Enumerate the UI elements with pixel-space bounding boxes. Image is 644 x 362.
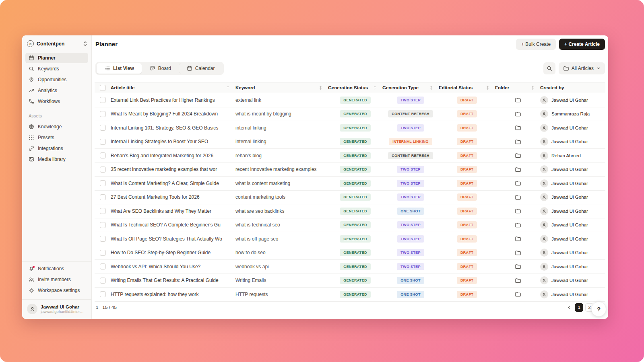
table-row[interactable]: What Are SEO Backlinks and Why They Matt… <box>95 204 605 218</box>
folder-icon[interactable] <box>515 250 521 256</box>
folder-icon[interactable] <box>515 194 521 200</box>
sidebar-nav-item[interactable]: Presets <box>25 132 88 143</box>
table-row[interactable]: Webhook vs API: Which Should You Use? we… <box>95 260 605 274</box>
folder-icon[interactable] <box>515 97 521 103</box>
article-title[interactable]: Internal Linking 101: Strategy, SEO & GE… <box>111 125 235 131</box>
sidebar-nav-item[interactable]: Workspace settings <box>25 285 88 296</box>
article-title[interactable]: External Link Best Practices for Higher … <box>111 97 235 103</box>
table-row[interactable]: What Is Meant by Blogging? Full 2024 Bre… <box>95 107 605 121</box>
folder-icon[interactable] <box>515 125 521 131</box>
article-title[interactable]: How to Do SEO: Step-by-Step Beginner Gui… <box>111 250 235 255</box>
table-row[interactable]: Internal Linking Strategies to Boost You… <box>95 135 605 149</box>
column-header-keyword[interactable]: Keyword <box>235 85 328 90</box>
folder-icon[interactable] <box>515 263 521 269</box>
row-checkbox[interactable] <box>100 236 106 242</box>
article-title[interactable]: What Is Off Page SEO? Strategies That Ac… <box>111 236 235 242</box>
sidebar-nav-item[interactable]: Keywords <box>25 64 88 74</box>
sort-icon[interactable] <box>531 85 535 90</box>
column-header-generation-type[interactable]: Generation Type <box>382 85 439 90</box>
article-title[interactable]: 35 recent innovative marketing examples … <box>111 167 235 172</box>
article-title[interactable]: HTTP requests explained: how they work <box>111 292 235 297</box>
sort-icon[interactable] <box>429 85 433 90</box>
table-row[interactable]: Internal Linking 101: Strategy, SEO & GE… <box>95 121 605 135</box>
sidebar-nav-item[interactable]: Analytics <box>25 85 88 96</box>
row-checkbox[interactable] <box>100 208 106 214</box>
column-header-editorial-status[interactable]: Editorial Status <box>439 85 495 90</box>
article-title[interactable]: What Is Content Marketing? A Clear, Simp… <box>111 181 235 186</box>
row-checkbox[interactable] <box>100 278 106 284</box>
folder-icon[interactable] <box>515 222 521 228</box>
table-row[interactable]: Writing Emails That Get Results: A Pract… <box>95 274 605 288</box>
sort-icon[interactable] <box>486 85 489 90</box>
table-row[interactable]: 27 Best Content Marketing Tools for 2026… <box>95 191 605 205</box>
row-checkbox[interactable] <box>100 111 106 117</box>
row-checkbox[interactable] <box>100 250 106 256</box>
folder-icon[interactable] <box>515 152 521 158</box>
folder-filter-dropdown[interactable]: All Articles <box>559 62 605 74</box>
row-checkbox[interactable] <box>100 222 106 228</box>
help-button[interactable]: ? <box>591 302 606 317</box>
previous-page-button[interactable] <box>565 303 573 311</box>
sidebar-nav-item[interactable]: Integrations <box>25 143 88 154</box>
view-tab[interactable]: Board <box>142 63 179 74</box>
column-header-generation-status[interactable]: Generation Status <box>328 85 382 90</box>
create-article-button[interactable]: + Create Article <box>559 39 605 50</box>
row-checkbox[interactable] <box>100 291 106 297</box>
row-checkbox[interactable] <box>100 152 106 158</box>
article-title[interactable]: What Is Meant by Blogging? Full 2024 Bre… <box>111 111 235 117</box>
sort-icon[interactable] <box>319 85 322 90</box>
view-tab[interactable]: List View <box>97 63 142 74</box>
row-checkbox[interactable] <box>100 97 106 103</box>
table-row[interactable]: 35 recent innovative marketing examples … <box>95 163 605 177</box>
article-title[interactable]: What Is Technical SEO? A Complete Beginn… <box>111 222 235 228</box>
column-header-created-by[interactable]: Created by <box>540 85 605 90</box>
article-title[interactable]: Writing Emails That Get Results: A Pract… <box>111 278 235 283</box>
search-button[interactable] <box>543 62 555 74</box>
column-header-folder[interactable]: Folder <box>495 85 540 90</box>
folder-icon[interactable] <box>515 291 521 297</box>
article-title[interactable]: 27 Best Content Marketing Tools for 2026 <box>111 194 235 200</box>
table-row[interactable]: External Link Best Practices for Higher … <box>95 93 605 107</box>
sidebar-nav-item[interactable]: Media library <box>25 154 88 165</box>
sort-icon[interactable] <box>226 85 230 90</box>
folder-icon[interactable] <box>515 236 521 242</box>
column-header-article-title[interactable]: Article title <box>111 85 235 90</box>
table-row[interactable]: What Is Content Marketing? A Clear, Simp… <box>95 177 605 191</box>
row-checkbox[interactable] <box>100 167 106 173</box>
user-profile[interactable]: Jawwad Ul Gohar jawwad.gohar@d4interacti… <box>22 299 91 319</box>
table-row[interactable]: HTTP requests explained: how they work H… <box>95 288 605 302</box>
row-checkbox[interactable] <box>100 125 106 131</box>
table-row[interactable]: Rehan's Blog and Integrated Marketing fo… <box>95 149 605 163</box>
article-title[interactable]: Webhook vs API: Which Should You Use? <box>111 264 235 269</box>
table-row[interactable]: What Is Technical SEO? A Complete Beginn… <box>95 218 605 232</box>
row-checkbox[interactable] <box>100 180 106 186</box>
folder-icon[interactable] <box>515 167 521 173</box>
workspace-switcher[interactable]: c Contentpen <box>22 35 91 51</box>
row-checkbox[interactable] <box>100 263 106 269</box>
creator-name: Jawwad Ul Gohar <box>551 167 588 172</box>
select-all-checkbox[interactable] <box>100 85 106 91</box>
sidebar-nav-item[interactable]: Knowledge <box>25 121 88 132</box>
sidebar-nav-item[interactable]: Notifications <box>25 263 88 274</box>
article-title[interactable]: What Are SEO Backlinks and Why They Matt… <box>111 208 235 214</box>
table-row[interactable]: How to Do SEO: Step-by-Step Beginner Gui… <box>95 246 605 260</box>
sidebar-nav-item[interactable]: Invite members <box>25 274 88 285</box>
sidebar-nav-item[interactable]: Planner <box>25 53 88 63</box>
sidebar-nav-item[interactable]: Workflows <box>25 96 88 107</box>
folder-icon[interactable] <box>515 139 521 145</box>
article-title[interactable]: Internal Linking Strategies to Boost You… <box>111 139 235 144</box>
folder-icon[interactable] <box>515 278 521 284</box>
row-checkbox[interactable] <box>100 139 106 145</box>
page-number-button[interactable]: 1 <box>575 303 583 312</box>
editorial-status-badge: DRAFT <box>457 263 477 270</box>
view-tab[interactable]: Calendar <box>179 63 223 74</box>
folder-icon[interactable] <box>515 208 521 214</box>
article-title[interactable]: Rehan's Blog and Integrated Marketing fo… <box>111 153 235 158</box>
row-checkbox[interactable] <box>100 194 106 200</box>
bulk-create-button[interactable]: + Bulk Create <box>516 39 556 50</box>
sort-icon[interactable] <box>373 85 377 90</box>
folder-icon[interactable] <box>515 180 521 186</box>
table-row[interactable]: What Is Off Page SEO? Strategies That Ac… <box>95 232 605 246</box>
sidebar-nav-item[interactable]: Opportunities <box>25 74 88 85</box>
folder-icon[interactable] <box>515 111 521 117</box>
